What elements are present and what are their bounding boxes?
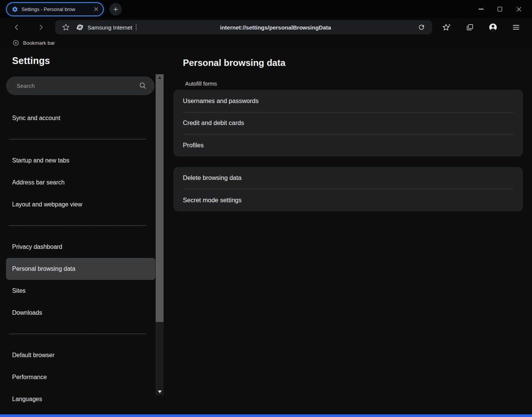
sidebar-title: Settings: [12, 55, 155, 66]
scroll-down-button[interactable]: [156, 389, 164, 395]
sidebar-item-label: Layout and webpage view: [12, 201, 82, 208]
tab-title: Settings - Personal brow: [22, 6, 91, 12]
sidebar-item-label: Performance: [12, 374, 47, 381]
close-button[interactable]: [509, 0, 528, 18]
toolbar-icons: [442, 23, 532, 32]
triangle-up-icon: [158, 77, 161, 79]
browser-window: Settings - Personal brow: [0, 0, 532, 417]
bookmark-bar[interactable]: Bookmark bar: [0, 36, 532, 49]
autofill-forms-card: Usernames and passwords Credit and debit…: [173, 90, 523, 156]
scrollbar-thumb[interactable]: [156, 81, 164, 322]
back-button[interactable]: [10, 20, 23, 34]
row-label: Delete browsing data: [183, 174, 242, 181]
sidebar-item-privacy-dashboard[interactable]: Privacy dashboard: [6, 236, 155, 258]
menu-hamburger-icon[interactable]: [512, 23, 521, 32]
search-box[interactable]: [6, 77, 154, 95]
row-label: Credit and debit cards: [183, 119, 244, 127]
settings-page: Settings Sync and account Startup and ne…: [0, 49, 532, 417]
row-profiles[interactable]: Profiles: [173, 134, 523, 156]
bookmark-bar-label: Bookmark bar: [23, 40, 55, 46]
new-tab-button[interactable]: [109, 3, 122, 16]
close-icon: [516, 6, 522, 12]
settings-gear-icon: [12, 6, 18, 12]
row-label: Secret mode settings: [183, 197, 242, 204]
sidebar-item-languages[interactable]: Languages: [6, 388, 155, 410]
row-label: Usernames and passwords: [183, 97, 259, 105]
sidebar-divider: [9, 225, 146, 226]
triangle-down-icon: [158, 390, 162, 393]
scrollbar-track[interactable]: [156, 74, 164, 395]
window-bottom-accent: [0, 414, 532, 417]
tabs-icon[interactable]: [465, 23, 474, 32]
navigation-bar: Samsung Internet internet://settings/per…: [0, 18, 532, 36]
reload-icon[interactable]: [418, 23, 425, 31]
sidebar-divider: [9, 139, 146, 139]
sidebar-nav: Sync and account Startup and new tabs Ad…: [0, 107, 155, 410]
site-label: Samsung Internet: [87, 24, 132, 31]
forward-arrow-icon: [37, 23, 45, 31]
search-input[interactable]: [6, 77, 154, 95]
sidebar-item-label: Privacy dashboard: [12, 244, 62, 250]
sidebar-item-default-browser[interactable]: Default browser: [6, 344, 155, 366]
sidebar-item-downloads[interactable]: Downloads: [6, 302, 155, 324]
row-secret-mode-settings[interactable]: Secret mode settings: [173, 189, 523, 211]
sidebar-item-label: Startup and new tabs: [12, 157, 69, 164]
row-usernames-and-passwords[interactable]: Usernames and passwords: [173, 90, 523, 112]
back-arrow-icon: [13, 23, 20, 31]
sidebar-item-sync-and-account[interactable]: Sync and account: [6, 107, 155, 129]
sidebar-item-startup-and-new-tabs[interactable]: Startup and new tabs: [6, 150, 155, 172]
settings-sidebar: Settings Sync and account Startup and ne…: [0, 49, 155, 417]
row-credit-and-debit-cards[interactable]: Credit and debit cards: [173, 112, 523, 134]
minimize-button[interactable]: [471, 0, 490, 18]
browsing-data-card: Delete browsing data Secret mode setting…: [173, 167, 523, 211]
autofill-forms-label: Autofill forms: [185, 81, 523, 87]
window-controls: [471, 0, 532, 18]
add-bookmark-icon[interactable]: [12, 39, 19, 46]
bookmarks-star-icon[interactable]: [442, 23, 451, 32]
sidebar-item-label: Downloads: [12, 309, 42, 316]
url-text[interactable]: internet://settings/personalBrowsingData: [136, 24, 415, 31]
row-label: Profiles: [183, 142, 204, 149]
minimize-icon: [479, 9, 484, 9]
favorite-star-icon[interactable]: [62, 23, 70, 31]
sidebar-item-label: Languages: [12, 396, 42, 403]
sidebar-item-label: Default browser: [12, 352, 55, 359]
sidebar-item-layout-and-webpage-view[interactable]: Layout and webpage view: [6, 194, 155, 216]
settings-content: Personal browsing data Autofill forms Us…: [164, 49, 532, 417]
row-delete-browsing-data[interactable]: Delete browsing data: [173, 167, 523, 189]
sidebar-item-label: Sites: [12, 287, 26, 294]
sidebar-divider: [9, 334, 146, 334]
tab-bar: Settings - Personal brow: [0, 0, 532, 18]
sidebar-item-label: Sync and account: [12, 115, 60, 122]
search-icon: [139, 81, 147, 90]
maximize-button[interactable]: [490, 0, 509, 18]
maximize-icon: [498, 7, 502, 11]
sidebar-item-sites[interactable]: Sites: [6, 280, 155, 302]
sidebar-scrollbar[interactable]: [155, 49, 164, 417]
sidebar-item-performance[interactable]: Performance: [6, 366, 155, 388]
sidebar-item-address-bar-search[interactable]: Address bar search: [6, 172, 155, 194]
browser-tab[interactable]: Settings - Personal brow: [6, 2, 104, 16]
page-title: Personal browsing data: [183, 58, 523, 68]
forward-button[interactable]: [34, 20, 48, 34]
scroll-up-button[interactable]: [156, 74, 164, 81]
address-bar[interactable]: Samsung Internet internet://settings/per…: [55, 20, 432, 34]
sidebar-item-label: Personal browsing data: [12, 266, 75, 272]
tab-close-icon[interactable]: [93, 6, 99, 12]
sidebar-item-label: Address bar search: [12, 179, 65, 186]
samsung-internet-logo: [76, 23, 84, 31]
profile-avatar-icon[interactable]: [488, 23, 498, 32]
sidebar-item-personal-browsing-data[interactable]: Personal browsing data: [6, 258, 155, 280]
